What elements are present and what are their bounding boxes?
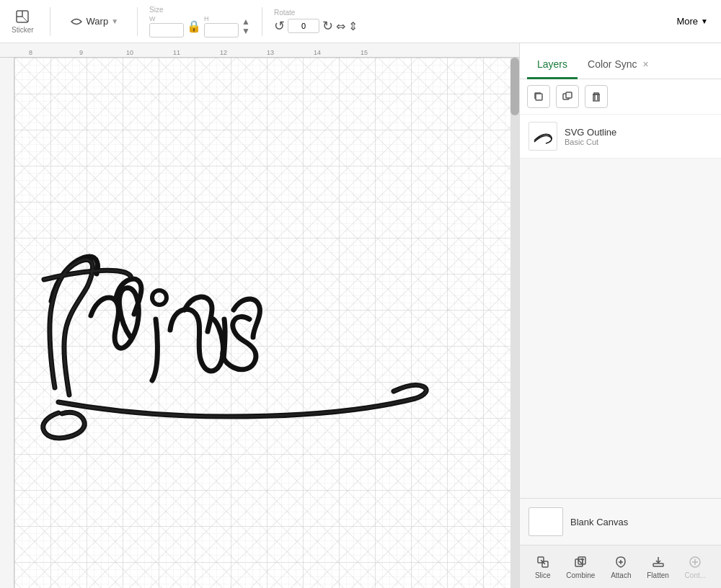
- size-up-icon[interactable]: ▲: [242, 17, 250, 26]
- slice-label: Slice: [535, 571, 551, 579]
- height-label: H: [204, 15, 239, 22]
- divider-3: [262, 7, 262, 36]
- ruler-horizontal: 8 9 10 11 12 13 14 15: [0, 43, 519, 58]
- right-panel: Layers Color Sync ×: [519, 43, 721, 588]
- rotate-cw-icon[interactable]: ↻: [322, 18, 333, 34]
- svg-rect-7: [593, 94, 599, 101]
- more-label: More: [676, 16, 698, 27]
- divider-2: [137, 7, 138, 36]
- cont-label: Cont...: [685, 571, 706, 579]
- canvas-area[interactable]: 8 9 10 11 12 13 14 15: [0, 43, 519, 588]
- top-toolbar: Sticker Warp ▼ Size W 🔒 H ▲ ▼: [0, 0, 721, 43]
- lock-icon[interactable]: 🔒: [187, 19, 201, 33]
- rotate-label: Rotate: [274, 9, 358, 17]
- combine-label: Combine: [566, 571, 595, 579]
- rotate-input[interactable]: [288, 19, 319, 33]
- ruler-mark-13: 13: [267, 49, 274, 56]
- attach-label: Attach: [611, 571, 631, 579]
- duplicate-button[interactable]: [527, 85, 550, 108]
- more-button[interactable]: More ▼: [671, 13, 714, 30]
- warp-button[interactable]: Warp ▼: [62, 10, 125, 33]
- svg-line-10: [541, 560, 545, 564]
- flip-v-icon[interactable]: ⇕: [348, 19, 358, 33]
- blank-canvas-thumbnail: [528, 507, 563, 536]
- canvas-grid: [14, 58, 519, 588]
- width-input[interactable]: [149, 23, 184, 37]
- layer-type: Basic Cut: [565, 138, 712, 146]
- rotate-ccw-icon[interactable]: ↺: [274, 18, 285, 34]
- tab-layers[interactable]: Layers: [527, 51, 578, 79]
- svg-rect-6: [566, 92, 572, 98]
- arrange-button[interactable]: [556, 85, 579, 108]
- svg-rect-4: [536, 94, 542, 100]
- more-chevron-icon: ▼: [701, 17, 708, 25]
- twins-logo: [14, 186, 430, 460]
- flip-h-icon[interactable]: ⇔: [336, 19, 345, 33]
- size-group: Size W 🔒 H ▲ ▼: [149, 6, 250, 37]
- panel-tabs: Layers Color Sync ×: [520, 43, 721, 79]
- ruler-mark-8: 8: [29, 49, 32, 56]
- size-label: Size: [149, 6, 250, 14]
- layer-name: SVG Outline: [565, 127, 712, 138]
- layer-thumbnail: [528, 122, 557, 151]
- ruler-vertical: [0, 58, 14, 588]
- svg-rect-16: [653, 564, 663, 566]
- slice-button[interactable]: Slice: [531, 552, 555, 582]
- layer-item-svg[interactable]: SVG Outline Basic Cut: [520, 115, 721, 159]
- delete-button[interactable]: [585, 85, 608, 108]
- vertical-scrollbar[interactable]: [510, 58, 519, 588]
- ruler-mark-14: 14: [314, 49, 321, 56]
- panel-bottom-toolbar: Slice Combine Attach: [520, 545, 721, 588]
- warp-chevron: ▼: [111, 17, 118, 25]
- layer-info: SVG Outline Basic Cut: [565, 127, 712, 146]
- ruler-mark-15: 15: [360, 49, 368, 56]
- attach-button[interactable]: Attach: [606, 552, 635, 582]
- blank-canvas-section: Blank Canvas: [520, 498, 721, 545]
- tab-color-sync[interactable]: Color Sync ×: [578, 51, 659, 79]
- cont-button[interactable]: Cont...: [681, 552, 710, 582]
- flatten-button[interactable]: Flatten: [642, 552, 673, 582]
- sticker-button[interactable]: Sticker: [7, 6, 38, 36]
- height-input[interactable]: [204, 23, 239, 37]
- divider-1: [50, 7, 50, 36]
- svg-line-13: [578, 560, 583, 564]
- scrollbar-thumb[interactable]: [510, 58, 519, 115]
- panel-spacer: [520, 159, 721, 498]
- rotate-group: Rotate ↺ ↻ ⇔ ⇕: [274, 9, 358, 34]
- ruler-mark-11: 11: [173, 49, 180, 56]
- size-down-icon[interactable]: ▼: [242, 27, 250, 35]
- svg-point-3: [152, 290, 167, 305]
- ruler-mark-10: 10: [126, 49, 133, 56]
- color-sync-close[interactable]: ×: [643, 58, 649, 70]
- main-area: 8 9 10 11 12 13 14 15: [0, 43, 721, 588]
- flatten-label: Flatten: [647, 571, 669, 579]
- ruler-mark-12: 12: [220, 49, 227, 56]
- sticker-label: Sticker: [12, 26, 34, 34]
- width-label: W: [149, 15, 184, 22]
- warp-label: Warp: [87, 16, 109, 27]
- combine-button[interactable]: Combine: [562, 552, 599, 582]
- blank-canvas-label: Blank Canvas: [570, 517, 628, 527]
- ruler-mark-9: 9: [79, 49, 83, 56]
- panel-toolbar: [520, 79, 721, 115]
